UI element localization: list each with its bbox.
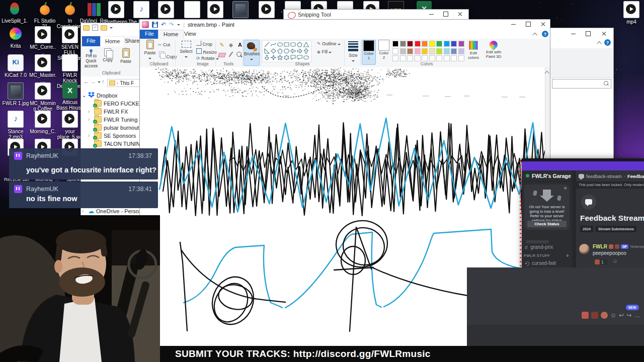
up-icon[interactable]: ↑ — [102, 78, 105, 84]
palette-swatch[interactable] — [451, 48, 457, 54]
desktop-icon[interactable]: MC_Master..... — [29, 54, 56, 83]
tree-item[interactable]: ›SE Sponsors — [88, 132, 136, 139]
palette-swatch[interactable] — [429, 55, 435, 61]
shape-option[interactable] — [264, 48, 270, 54]
palette-swatch[interactable] — [392, 55, 398, 61]
palette-swatch[interactable] — [400, 55, 406, 61]
check-status-button[interactable]: Check Status — [527, 221, 567, 227]
paint-tab-file[interactable]: File — [140, 30, 159, 39]
palette-swatch[interactable] — [458, 55, 464, 61]
palette-swatch[interactable] — [407, 55, 413, 61]
tree-item[interactable]: ›FWLR FX — [88, 108, 128, 115]
maximize-button[interactable] — [439, 10, 453, 19]
forward-icon[interactable]: → — [91, 78, 96, 84]
palette-swatch[interactable] — [458, 41, 464, 47]
palette-swatch[interactable] — [451, 55, 457, 61]
fill-button[interactable]: ◆ Fill — [317, 49, 332, 54]
message-author[interactable]: FWLR — [593, 244, 607, 249]
shape-option[interactable] — [264, 42, 270, 47]
palette-swatch[interactable] — [415, 55, 421, 61]
thread-breadcrumb[interactable]: feedback-stream › Feedback Stream - N — [576, 170, 644, 182]
crop-button[interactable]: Crop — [196, 41, 212, 47]
redo-icon[interactable]: ↷ — [169, 22, 174, 28]
palette-swatch[interactable] — [436, 48, 442, 54]
desktop-icon[interactable]: mp4 — [618, 1, 644, 25]
shape-option[interactable] — [290, 48, 296, 54]
shape-option[interactable] — [290, 55, 296, 60]
tree-item[interactable]: ›FWLR Tuning & Diagno — [88, 116, 141, 123]
shape-option[interactable] — [271, 55, 276, 60]
close-button[interactable] — [597, 29, 611, 38]
shape-option[interactable] — [271, 42, 276, 47]
palette-swatch[interactable] — [458, 48, 464, 54]
expand-chevron-icon[interactable]: ⌄ — [82, 93, 86, 98]
shape-option[interactable] — [264, 55, 270, 60]
undo-icon[interactable]: ↶ — [161, 22, 166, 28]
add-channel-icon[interactable]: + — [566, 253, 569, 258]
server-header[interactable]: FWLR's Garage — [522, 170, 572, 182]
shape-option[interactable] — [303, 48, 309, 54]
color2-button[interactable]: Color 2 — [377, 40, 391, 65]
palette-swatch[interactable] — [444, 55, 450, 61]
brushes-button[interactable]: Brushes — [244, 40, 260, 66]
close-icon[interactable]: ✕ — [564, 186, 567, 191]
chevron-down-icon[interactable] — [110, 27, 113, 29]
palette-swatch[interactable] — [400, 41, 406, 47]
fill-bucket-tool[interactable]: ◆ — [227, 42, 234, 49]
palette-swatch[interactable] — [444, 48, 450, 54]
forward-icon[interactable]: ↪ — [626, 312, 631, 319]
save-icon[interactable] — [152, 22, 158, 28]
palette-swatch[interactable] — [400, 48, 406, 54]
copy-button[interactable]: Copy — [100, 48, 115, 62]
folder-icon[interactable] — [83, 25, 90, 31]
category-label[interactable]: FWLR STUFF — [524, 253, 550, 258]
shape-option[interactable] — [297, 48, 302, 54]
expand-chevron-icon[interactable]: › — [88, 117, 92, 122]
reaction-pill[interactable]: 1 — [593, 258, 609, 265]
add-reaction-icon[interactable]: ☺ — [612, 258, 618, 264]
shape-option[interactable] — [297, 42, 302, 47]
explorer-tab-share[interactable]: Share — [120, 36, 141, 46]
palette-swatch[interactable] — [422, 41, 428, 47]
chevron-down-icon[interactable] — [177, 24, 180, 26]
edit-with-paint3d-button[interactable]: Edit with Paint 3D — [484, 40, 504, 65]
shape-option[interactable] — [303, 55, 309, 60]
shape-option[interactable] — [297, 55, 302, 60]
search-box[interactable] — [552, 79, 611, 88]
tree-item[interactable]: TALON TUNING — [88, 140, 141, 147]
collapse-ribbon-icon[interactable] — [597, 41, 602, 46]
desktop-icon[interactable]: Krita — [2, 26, 29, 49]
maximize-button[interactable] — [581, 29, 595, 38]
edit-colors-button[interactable]: Edit colors — [465, 40, 482, 65]
tree-item[interactable]: pulsar burnout reel — [88, 124, 141, 131]
expand-chevron-icon[interactable]: › — [82, 208, 86, 214]
palette-swatch[interactable] — [415, 41, 421, 47]
shape-option[interactable] — [277, 48, 283, 54]
close-button[interactable] — [536, 20, 550, 29]
size-button[interactable]: Size — [347, 40, 360, 63]
palette-swatch[interactable] — [415, 48, 421, 54]
paint-tab-view[interactable]: View — [179, 30, 201, 39]
shapes-grid[interactable] — [262, 40, 311, 62]
add-reaction-icon[interactable]: ☺ — [610, 312, 616, 319]
explorer-tab-file[interactable]: File — [82, 36, 100, 46]
palette-swatch[interactable] — [429, 41, 435, 47]
pin-to-quick-access-button[interactable]: Pin to Quick access — [80, 48, 102, 68]
help-icon[interactable]: ? — [542, 31, 548, 37]
copy-button[interactable]: Copy — [158, 50, 177, 59]
scroll-up-icon[interactable] — [544, 71, 549, 76]
tree-item[interactable]: ⌄Dropbox — [82, 92, 118, 99]
folder-icon[interactable] — [101, 25, 107, 31]
chevron-down-icon[interactable] — [98, 81, 101, 83]
resize-button[interactable]: Resize — [196, 48, 217, 55]
post-tag[interactable]: Stream Submissions — [596, 226, 636, 232]
pencil-tool[interactable]: ✎ — [218, 42, 225, 49]
minimize-button[interactable] — [566, 29, 580, 38]
eraser-tool[interactable] — [218, 51, 225, 58]
cut-button[interactable]: ✂ Cut — [158, 42, 170, 47]
close-button[interactable] — [453, 10, 467, 19]
minimize-button[interactable] — [424, 10, 438, 19]
desktop-icon[interactable]: MC_Curre.... — [29, 26, 56, 55]
tree-item[interactable]: FERO FUCKERS — [88, 100, 141, 107]
palette-swatch[interactable] — [407, 48, 413, 54]
